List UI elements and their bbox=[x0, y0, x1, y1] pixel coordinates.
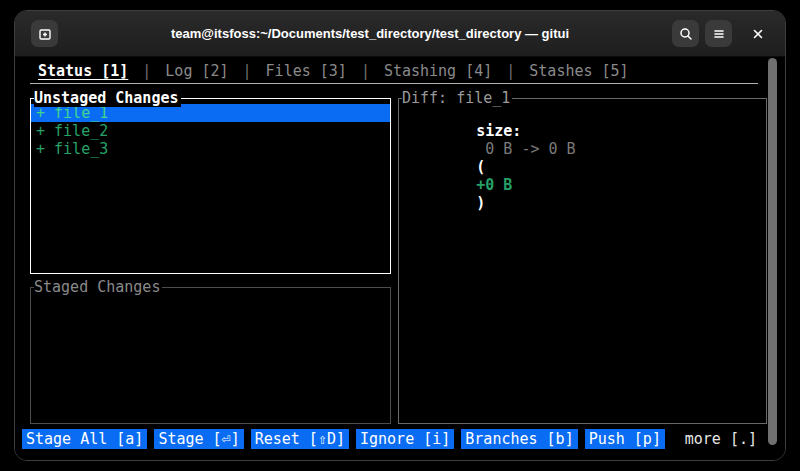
close-window-button[interactable] bbox=[745, 21, 771, 47]
tab-status[interactable]: Status [1] bbox=[38, 62, 128, 80]
hamburger-menu-icon bbox=[711, 26, 727, 42]
diff-size-delta: +0 B bbox=[476, 176, 512, 194]
tab-log[interactable]: Log [2] bbox=[165, 62, 228, 80]
tab-divider-line bbox=[30, 83, 758, 84]
diff-size-label: size: bbox=[476, 122, 521, 140]
unstaged-file-list: + file_1 + file_2 + file_3 bbox=[31, 99, 390, 158]
reset-button[interactable]: Reset [⇧D] bbox=[251, 429, 349, 449]
tab-files[interactable]: Files [3] bbox=[266, 62, 347, 80]
terminal-scrollbar[interactable] bbox=[768, 58, 777, 445]
window-title: team@itsfoss:~/Documents/test_directory/… bbox=[75, 11, 665, 56]
staged-changes-title: Staged Changes bbox=[34, 278, 162, 296]
list-item-file-2[interactable]: + file_2 bbox=[31, 122, 390, 140]
tab-stashing[interactable]: Stashing [4] bbox=[384, 62, 492, 80]
push-button[interactable]: Push [p] bbox=[585, 429, 665, 449]
unstaged-changes-title: Unstaged Changes bbox=[34, 89, 181, 107]
list-item-file-3[interactable]: + file_3 bbox=[31, 140, 390, 158]
tab-separator: | bbox=[243, 62, 252, 80]
tab-separator: | bbox=[506, 62, 515, 80]
diff-size-line: size: 0 B -> 0 B ( +0 B ) bbox=[399, 99, 766, 230]
terminal-content: Status [1] | Log [2] | Files [3] | Stash… bbox=[15, 57, 785, 460]
new-tab-icon bbox=[37, 26, 53, 42]
terminal-window: team@itsfoss:~/Documents/test_directory/… bbox=[14, 10, 786, 461]
tab-separator: | bbox=[142, 62, 151, 80]
tab-separator: | bbox=[361, 62, 370, 80]
diff-paren-open: ( bbox=[476, 158, 485, 176]
close-icon bbox=[751, 27, 765, 41]
stage-all-button[interactable]: Stage All [a] bbox=[22, 429, 147, 449]
branches-button[interactable]: Branches [b] bbox=[461, 429, 577, 449]
unstaged-changes-panel: Unstaged Changes + file_1 + file_2 + fil… bbox=[30, 98, 391, 274]
staged-changes-panel: Staged Changes bbox=[30, 287, 391, 424]
menu-button[interactable] bbox=[705, 20, 732, 47]
diff-paren-close: ) bbox=[476, 194, 485, 212]
diff-panel: Diff: file_1 size: 0 B -> 0 B ( +0 B ) bbox=[398, 98, 767, 424]
headerbar-controls bbox=[672, 20, 771, 47]
headerbar: team@itsfoss:~/Documents/test_directory/… bbox=[15, 11, 785, 57]
tab-stashes[interactable]: Stashes [5] bbox=[529, 62, 628, 80]
diff-panel-title: Diff: file_1 bbox=[402, 89, 512, 107]
search-button[interactable] bbox=[672, 20, 699, 47]
new-tab-button[interactable] bbox=[31, 20, 58, 47]
keybinding-toolbar: Stage All [a] Stage [⏎] Reset [⇧D] Ignor… bbox=[22, 429, 665, 449]
more-hint[interactable]: more [.] bbox=[685, 429, 757, 449]
stage-button[interactable]: Stage [⏎] bbox=[154, 429, 243, 449]
diff-size-values: 0 B -> 0 B bbox=[476, 140, 584, 158]
search-icon bbox=[678, 26, 694, 42]
ignore-button[interactable]: Ignore [i] bbox=[356, 429, 454, 449]
gitui-tab-bar: Status [1] | Log [2] | Files [3] | Stash… bbox=[38, 61, 629, 81]
